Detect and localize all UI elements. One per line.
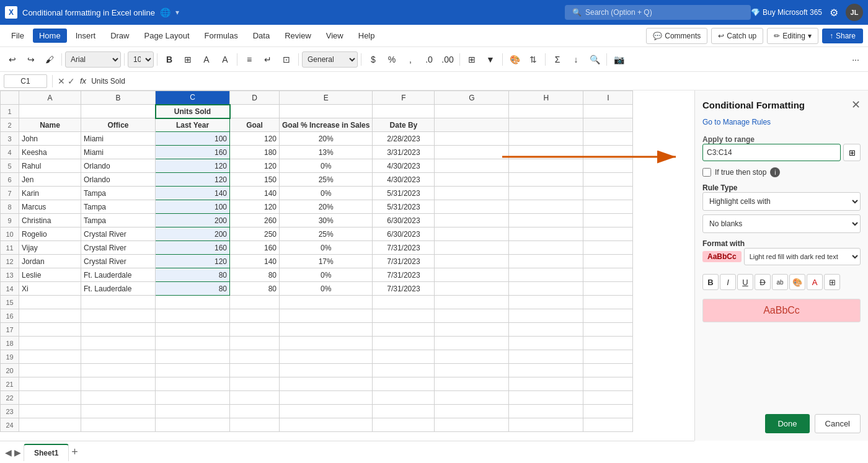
undo-button[interactable]: ↩ bbox=[4, 51, 21, 68]
cell[interactable] bbox=[583, 418, 633, 432]
cell[interactable] bbox=[156, 323, 230, 337]
cell[interactable]: Office bbox=[81, 118, 156, 132]
cell[interactable] bbox=[19, 309, 81, 323]
cell[interactable]: Orlando bbox=[81, 173, 156, 187]
menu-page-layout[interactable]: Page Layout bbox=[138, 29, 196, 43]
screenshot-button[interactable]: 📷 bbox=[610, 51, 627, 68]
cell[interactable] bbox=[435, 377, 509, 391]
col-header-a[interactable]: A bbox=[19, 91, 81, 105]
menu-view[interactable]: View bbox=[320, 29, 350, 43]
cell[interactable]: Crystal River bbox=[81, 241, 156, 255]
confirm-formula-button[interactable]: ✓ bbox=[68, 76, 75, 86]
cell[interactable] bbox=[583, 200, 633, 214]
cell[interactable]: 0% bbox=[280, 282, 373, 296]
cell[interactable]: 120 bbox=[230, 159, 280, 173]
cell[interactable]: 20% bbox=[280, 132, 373, 146]
align-button[interactable]: ≡ bbox=[241, 51, 258, 68]
cell[interactable] bbox=[509, 255, 583, 268]
col-header-h[interactable]: H bbox=[509, 91, 583, 105]
cell[interactable] bbox=[373, 337, 435, 350]
menu-formulas[interactable]: Formulas bbox=[198, 29, 244, 43]
cell[interactable] bbox=[583, 377, 633, 391]
cell[interactable] bbox=[583, 364, 633, 377]
cell[interactable] bbox=[280, 337, 373, 350]
cell[interactable] bbox=[280, 377, 373, 391]
cell[interactable]: Jen bbox=[19, 173, 81, 187]
cell[interactable] bbox=[81, 105, 156, 118]
cell[interactable]: 120 bbox=[156, 255, 230, 268]
bold-format-button[interactable]: B bbox=[702, 274, 719, 290]
cell[interactable]: 7/31/2023 bbox=[373, 282, 435, 296]
cell[interactable]: 160 bbox=[156, 241, 230, 255]
cell[interactable]: Ft. Lauderdale bbox=[81, 282, 156, 296]
underline-format-button[interactable]: U bbox=[737, 274, 753, 290]
cell[interactable] bbox=[373, 323, 435, 337]
cell[interactable] bbox=[230, 350, 280, 364]
cell[interactable] bbox=[435, 132, 509, 146]
wrap-button[interactable]: ↵ bbox=[259, 51, 277, 68]
col-header-b[interactable]: B bbox=[81, 91, 156, 105]
cancel-formula-button[interactable]: ✕ bbox=[58, 76, 65, 86]
manage-rules-link[interactable]: Go to Manage Rules bbox=[702, 118, 861, 126]
font-selector[interactable]: Arial bbox=[65, 51, 121, 68]
cell[interactable] bbox=[373, 296, 435, 309]
cell[interactable] bbox=[509, 350, 583, 364]
cell[interactable]: 6/30/2023 bbox=[373, 214, 435, 227]
cell[interactable] bbox=[435, 187, 509, 200]
cell[interactable] bbox=[509, 296, 583, 309]
cell[interactable] bbox=[435, 364, 509, 377]
cell[interactable] bbox=[280, 323, 373, 337]
fill-color-format-button[interactable]: 🎨 bbox=[789, 274, 805, 290]
cell[interactable] bbox=[435, 337, 509, 350]
comments-button[interactable]: 💬 Comments bbox=[646, 28, 707, 44]
cell[interactable]: 150 bbox=[230, 173, 280, 187]
buy-ms365[interactable]: 💎 Buy Microsoft 365 bbox=[751, 8, 822, 17]
increase-decimal-button[interactable]: .00 bbox=[439, 51, 456, 68]
cell[interactable] bbox=[19, 350, 81, 364]
cell[interactable] bbox=[509, 391, 583, 405]
cell[interactable]: Miami bbox=[81, 146, 156, 159]
dropdown-icon[interactable]: ▾ bbox=[175, 8, 179, 17]
cell[interactable] bbox=[583, 268, 633, 282]
cell[interactable]: Rogelio bbox=[19, 227, 81, 241]
cell[interactable] bbox=[583, 405, 633, 418]
cell[interactable] bbox=[19, 418, 81, 432]
cell[interactable] bbox=[81, 323, 156, 337]
cell[interactable] bbox=[230, 309, 280, 323]
cell[interactable]: 80 bbox=[230, 268, 280, 282]
search-input[interactable] bbox=[585, 8, 743, 17]
cell[interactable] bbox=[435, 255, 509, 268]
borders-format-button[interactable]: ⊞ bbox=[824, 274, 840, 290]
cell[interactable]: Goal % Increase in Sales bbox=[280, 118, 373, 132]
prev-sheet-button[interactable]: ◀ bbox=[5, 448, 12, 457]
more-button[interactable]: ··· bbox=[847, 51, 864, 68]
cell[interactable] bbox=[583, 337, 633, 350]
cell[interactable] bbox=[81, 309, 156, 323]
font-size-selector[interactable]: 10 bbox=[128, 51, 154, 68]
find-button[interactable]: 🔍 bbox=[586, 51, 603, 68]
info-icon[interactable]: i bbox=[770, 167, 780, 177]
next-sheet-button[interactable]: ▶ bbox=[14, 448, 21, 457]
cell[interactable] bbox=[280, 105, 373, 118]
cell[interactable]: 13% bbox=[280, 146, 373, 159]
cell[interactable] bbox=[156, 364, 230, 377]
cell[interactable]: 160 bbox=[156, 146, 230, 159]
cell[interactable] bbox=[509, 377, 583, 391]
cell[interactable] bbox=[509, 337, 583, 350]
cell[interactable] bbox=[230, 296, 280, 309]
cell[interactable]: 140 bbox=[230, 255, 280, 268]
cell[interactable]: 17% bbox=[280, 255, 373, 268]
conditional-format-button[interactable]: 🎨 bbox=[506, 51, 523, 68]
cell[interactable] bbox=[435, 323, 509, 337]
cell[interactable] bbox=[81, 337, 156, 350]
cell[interactable]: 80 bbox=[156, 282, 230, 296]
cell[interactable]: Leslie bbox=[19, 268, 81, 282]
cell[interactable]: 25% bbox=[280, 227, 373, 241]
cell[interactable] bbox=[81, 350, 156, 364]
cell[interactable] bbox=[280, 418, 373, 432]
cell[interactable]: Karin bbox=[19, 187, 81, 200]
cell[interactable] bbox=[509, 214, 583, 227]
cell[interactable]: 5/31/2023 bbox=[373, 200, 435, 214]
cell[interactable]: 7/31/2023 bbox=[373, 241, 435, 255]
cell[interactable]: Last Year bbox=[156, 118, 230, 132]
